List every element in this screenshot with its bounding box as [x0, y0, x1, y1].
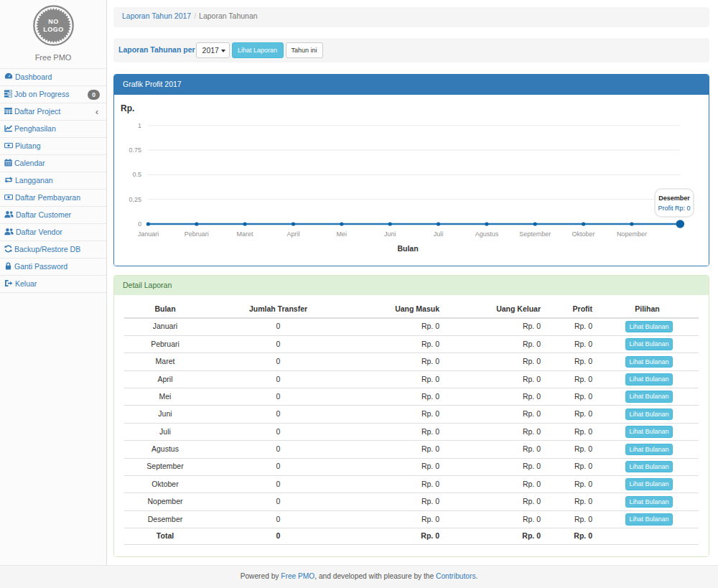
svg-text:Juni: Juni: [384, 230, 396, 238]
svg-text:Juli: Juli: [434, 230, 444, 238]
svg-text:0.5: 0.5: [132, 171, 141, 178]
svg-text:NO: NO: [48, 18, 59, 25]
svg-text:September: September: [519, 230, 551, 238]
svg-text:April: April: [286, 230, 299, 238]
svg-text:Rp.: Rp.: [121, 103, 134, 113]
svg-text:0: 0: [138, 220, 141, 228]
svg-text:Oktober: Oktober: [572, 230, 595, 238]
svg-text:0.25: 0.25: [129, 196, 141, 203]
svg-text:0.75: 0.75: [129, 146, 141, 154]
svg-text:1: 1: [138, 122, 141, 129]
svg-text:Nopember: Nopember: [617, 230, 647, 238]
svg-text:LOGO: LOGO: [43, 26, 64, 33]
svg-text:Maret: Maret: [237, 230, 254, 238]
svg-text:Pebruari: Pebruari: [185, 230, 209, 238]
svg-text:Januari: Januari: [138, 230, 159, 238]
svg-text:Agustus: Agustus: [475, 230, 499, 238]
svg-text:Bulan: Bulan: [397, 244, 418, 253]
svg-text:Mei: Mei: [337, 230, 348, 238]
